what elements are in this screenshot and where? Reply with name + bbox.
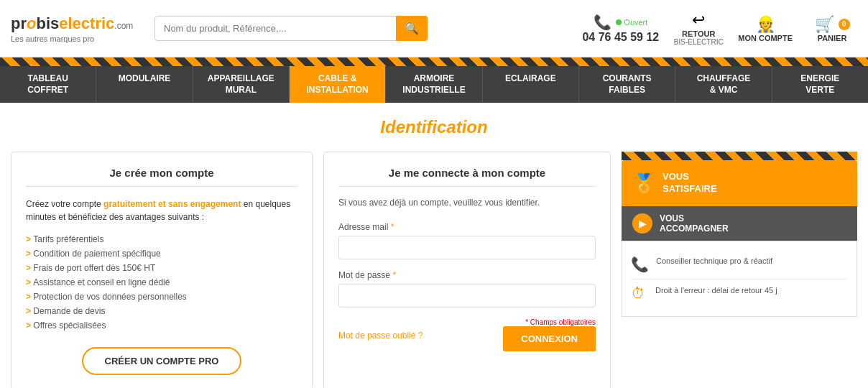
create-btn-wrap: CRÉER UN COMPTE PRO <box>26 347 297 375</box>
retour-sub: BIS-ELECTRIC <box>674 38 724 46</box>
login-panel: Je me connecte à mon compte Si vous avez… <box>323 152 611 388</box>
login-title: Je me connecte à mon compte <box>338 167 596 187</box>
nav-energie-verte[interactable]: ENERGIE VERTE <box>772 66 868 103</box>
search-input[interactable] <box>154 16 428 41</box>
nav-armoire-industrielle[interactable]: ARMOIRE INDUSTRIELLE <box>386 66 482 103</box>
online-dot <box>616 19 622 25</box>
create-account-title: Je crée mon compte <box>26 167 297 187</box>
password-input[interactable] <box>338 284 596 308</box>
benefit-6: Demande de devis <box>26 304 297 318</box>
phone-support-icon: 📞 <box>631 256 649 273</box>
account-icon: 👷 <box>756 15 775 34</box>
satisfaction-text: VOUS SATISFAIRE <box>662 171 717 195</box>
nav-cable-installation[interactable]: CABLE & INSTALLATION <box>290 66 386 103</box>
sidebar-hazard-stripe <box>622 152 857 160</box>
logo-subtitle: Les autres marques pro <box>11 34 140 43</box>
cart-badge: 0 <box>839 19 850 30</box>
header-icons: 📞 Ouvert 04 76 45 59 12 ↩ RETOUR BIS-ELE… <box>582 11 857 46</box>
columns-row: Je crée mon compte Créez votre compte gr… <box>11 152 857 388</box>
satisfaction-icon: 🏅 <box>632 172 655 195</box>
account-item[interactable]: 👷 MON COMPTE <box>738 15 793 42</box>
create-account-button[interactable]: CRÉER UN COMPTE PRO <box>82 347 242 375</box>
timer-icon: ⏱ <box>631 285 648 302</box>
nav-courants-faibles[interactable]: COURANTS FAIBLES <box>579 66 675 103</box>
page-title-row: Identification <box>11 117 857 137</box>
side-info-row-1: 📞 Conseiller technique pro & réactif <box>631 250 848 280</box>
benefit-3: Frais de port offert dès 150€ HT <box>26 261 297 275</box>
password-form-group: Mot de passe * <box>338 270 596 308</box>
online-status: Ouvert <box>624 18 647 27</box>
benefit-5: Protection de vos données personnelles <box>26 290 297 304</box>
logo[interactable]: probiselectric.com <box>11 14 140 33</box>
retour-label: RETOUR <box>682 29 715 38</box>
forgot-password-link[interactable]: Mot de passe oublié ? <box>338 331 423 341</box>
cart-label: PANIER <box>818 34 847 42</box>
cart-item[interactable]: 🛒 0 PANIER <box>807 15 857 42</box>
phone-block: 📞 Ouvert 04 76 45 59 12 <box>582 14 659 44</box>
email-label: Adresse mail * <box>338 222 596 232</box>
main-content: Identification Je crée mon compte Créez … <box>0 103 868 388</box>
nav-appareillage-mural[interactable]: APPAREILLAGE MURAL <box>193 66 290 103</box>
cart-icon: 🛒 <box>815 15 834 34</box>
logo-area: probiselectric.com Les autres marques pr… <box>11 14 140 43</box>
phone-icon: 📞 <box>594 14 611 31</box>
form-footer: Mot de passe oublié ? * Champs obligatoi… <box>338 318 596 351</box>
side-info-row-2: ⏱ Droit à l'erreur : délai de retour 45 … <box>631 280 848 308</box>
content-wrapper: Identification Je crée mon compte Créez … <box>11 117 857 388</box>
phone-number: 04 76 45 59 12 <box>582 31 659 44</box>
nav-chauffage-vmc[interactable]: CHAUFFAGE & VMC <box>675 66 772 103</box>
hazard-stripe-top <box>0 57 868 66</box>
benefit-1: Tarifs préférentiels <box>26 232 297 246</box>
benefits-list: Tarifs préférentiels Condition de paieme… <box>26 232 297 333</box>
required-note: * Champs obligatoires <box>503 318 596 326</box>
nav-tableau-coffret[interactable]: TABLEAU COFFRET <box>0 66 96 103</box>
retour-icon: ↩ <box>692 11 705 29</box>
search-button[interactable]: 🔍 <box>396 16 428 41</box>
password-required: * <box>392 270 396 280</box>
search-area: 🔍 <box>154 16 428 41</box>
accompany-text: VOUS ACCOMPAGNER <box>660 213 729 234</box>
nav-bar: TABLEAU COFFRET MODULAIRE APPAREILLAGE M… <box>0 66 868 103</box>
email-required: * <box>391 222 394 232</box>
side-info-text-1: Conseiller technique pro & réactif <box>656 256 772 267</box>
login-button[interactable]: CONNEXION <box>503 326 596 351</box>
side-info-text-2: Droit à l'erreur : délai de retour 45 j <box>655 285 777 296</box>
nav-modulaire[interactable]: MODULAIRE <box>96 66 193 103</box>
email-input[interactable] <box>338 236 596 259</box>
password-label: Mot de passe * <box>338 270 596 280</box>
create-account-panel: Je crée mon compte Créez votre compte gr… <box>11 152 313 388</box>
nav-eclairage[interactable]: ECLAIRAGE <box>483 66 579 103</box>
retour-item[interactable]: ↩ RETOUR BIS-ELECTRIC <box>673 11 724 46</box>
benefit-7: Offres spécialisées <box>26 318 297 333</box>
right-panel: 🏅 VOUS SATISFAIRE ▶ VOUS ACCOMPAGNER 📞 C… <box>622 152 857 388</box>
account-label: MON COMPTE <box>738 34 793 42</box>
create-account-intro: Créez votre compte gratuitement et sans … <box>26 198 297 223</box>
benefit-2: Condition de paiement spécifique <box>26 246 297 261</box>
login-intro: Si vous avez déjà un compte, veuillez vo… <box>338 198 596 208</box>
accompany-icon: ▶ <box>632 213 652 234</box>
accompany-box[interactable]: ▶ VOUS ACCOMPAGNER <box>622 206 857 241</box>
benefit-4: Assistance et conseil en ligne dédié <box>26 275 297 290</box>
satisfaction-box: 🏅 VOUS SATISFAIRE <box>622 160 857 206</box>
email-form-group: Adresse mail * <box>338 222 596 259</box>
header: probiselectric.com Les autres marques pr… <box>0 0 868 57</box>
side-info-box: 📞 Conseiller technique pro & réactif ⏱ D… <box>622 241 857 317</box>
page-title: Identification <box>11 117 857 137</box>
